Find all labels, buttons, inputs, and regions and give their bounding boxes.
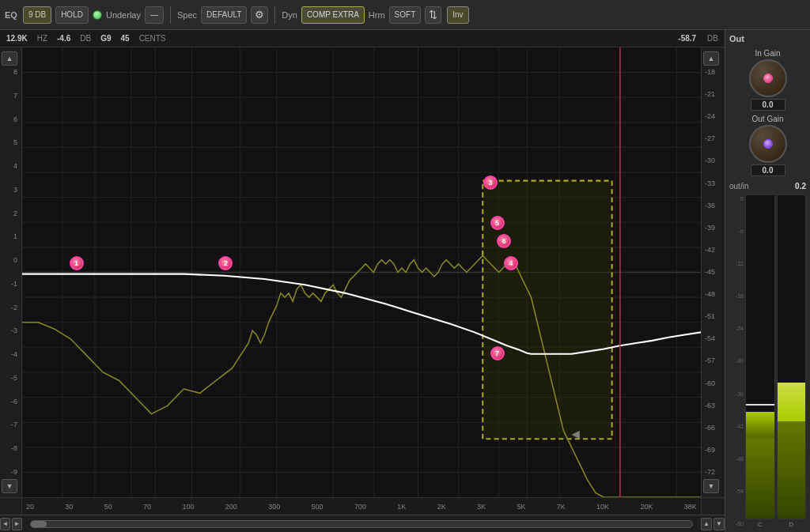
y-r-45: -45 — [703, 269, 723, 276]
y-axis-left: ▲ 8 7 6 5 4 3 2 1 0 -1 -2 -3 -4 — [0, 47, 22, 497]
vu-s-54: -54 — [729, 489, 744, 494]
out-gain-value: 0.0 — [751, 164, 785, 176]
vu-s-18: -18 — [729, 293, 744, 299]
vu-scale: 0 -6 -12 -18 -24 -30 -36 -42 -48 -54 -60 — [729, 194, 744, 528]
x-38k: 38K — [684, 503, 697, 511]
scroll-down-right-button[interactable]: ▼ — [703, 479, 719, 493]
vu-channel-c: C — [745, 194, 775, 528]
cents-value: 45 — [121, 34, 130, 43]
x-200: 200 — [225, 503, 237, 511]
nav-up-btn[interactable]: ▲ — [701, 518, 712, 530]
y-r-63: -63 — [703, 402, 723, 409]
vu-fill-d-yellow — [778, 383, 806, 421]
h-scroll-thumb[interactable] — [31, 521, 47, 527]
vu-s-30: -30 — [729, 358, 744, 364]
db-button[interactable]: 9 DB — [23, 6, 51, 24]
eq-node-3[interactable]: 3 — [483, 175, 498, 190]
in-gain-gem — [763, 74, 773, 83]
x-300: 300 — [268, 503, 280, 511]
y-label-3: 3 — [2, 187, 20, 194]
eq-area: 12.9K HZ -4.6 DB G9 45 CENTS -58.7 DB ▲ … — [0, 30, 725, 532]
y-label-n4: -4 — [2, 351, 20, 358]
bottom-nav: ◄ ► ▲ ▼ — [0, 515, 725, 532]
y-r-27: -27 — [703, 135, 723, 142]
x-50: 50 — [104, 503, 112, 511]
x-500: 500 — [312, 503, 324, 511]
scroll-up-button[interactable]: ▲ — [2, 51, 17, 66]
soft-button[interactable]: SOFT — [389, 6, 422, 24]
dash-button[interactable]: — — [145, 6, 164, 24]
out-gain-knob[interactable] — [749, 125, 787, 163]
freq-value: 12.9K — [6, 34, 28, 43]
x-axis-labels: 20 30 50 70 100 200 300 500 700 1K 2K 3K… — [22, 503, 701, 511]
knob-center — [761, 71, 775, 85]
separator — [170, 6, 171, 24]
inv-button[interactable]: Inv — [447, 6, 468, 24]
x-7k: 7K — [557, 503, 566, 511]
x-10k: 10K — [596, 503, 609, 511]
y-r-24: -24 — [703, 113, 723, 120]
note-value: G9 — [100, 34, 111, 43]
in-gain-label: In Gain — [755, 49, 780, 58]
right-db-unit: DB — [707, 34, 718, 43]
eq-node-4[interactable]: 4 — [504, 256, 518, 270]
eq-node-5[interactable]: 5 — [490, 216, 505, 230]
vu-bar-d — [777, 194, 807, 519]
vu-s-60: -60 — [729, 521, 744, 526]
comp-extra-button[interactable]: COMP EXTRA — [301, 6, 365, 24]
out-in-label: out/in — [729, 182, 748, 191]
hrm-label: Hrm — [369, 10, 385, 20]
y-label-7: 7 — [2, 92, 20, 100]
vu-marker-c — [746, 404, 774, 406]
default-button[interactable]: DEFAULT — [201, 6, 247, 24]
knob-center-2 — [761, 137, 775, 151]
up-down-button[interactable]: ⇅ — [425, 6, 441, 24]
x-30: 30 — [65, 503, 73, 511]
gear-button[interactable]: ⚙ — [251, 6, 268, 24]
eq-label: EQ — [5, 10, 17, 20]
h-scrollbar[interactable] — [30, 520, 693, 528]
in-gain-knob[interactable] — [749, 59, 787, 97]
y-axis-right: ▲ -18 -21 -24 -27 -30 -33 -36 -39 -42 -4… — [701, 47, 725, 497]
led-indicator — [93, 10, 102, 20]
right-panel: Out In Gain 0.0 Out Gain — [725, 30, 810, 532]
eq-node-6[interactable]: 6 — [497, 234, 511, 248]
vu-fill-d-green — [778, 421, 806, 519]
y-r-42: -42 — [703, 247, 723, 254]
eq-node-7[interactable]: 7 — [490, 346, 505, 360]
info-bar: 12.9K HZ -4.6 DB G9 45 CENTS -58.7 DB — [0, 30, 725, 47]
right-panel-title: Out — [729, 34, 806, 43]
in-gain-section: In Gain 0.0 — [729, 49, 806, 111]
y-r-18: -18 — [703, 69, 723, 76]
x-5k: 5K — [517, 503, 525, 511]
right-db-value: -58.7 — [678, 34, 696, 43]
scroll-up-right-button[interactable]: ▲ — [703, 51, 719, 66]
out-gain-gem — [763, 139, 773, 149]
y-label-1: 1 — [2, 233, 20, 240]
eq-node-1[interactable]: 1 — [70, 256, 84, 270]
nav-down-btn[interactable]: ▼ — [713, 518, 725, 530]
top-bar: EQ 9 DB HOLD Underlay — Spec DEFAULT ⚙ D… — [0, 0, 810, 30]
nav-left-btn[interactable]: ◄ — [0, 518, 10, 530]
eq-wrapper: ▲ 8 7 6 5 4 3 2 1 0 -1 -2 -3 -4 — [0, 47, 725, 497]
x-700: 700 — [354, 503, 366, 511]
vu-c-label: C — [745, 521, 775, 528]
out-in-value: 0.2 — [795, 182, 806, 191]
y-r-54: -54 — [703, 335, 723, 342]
y-label-n6: -6 — [2, 398, 20, 406]
vu-fill-c-green — [746, 438, 774, 519]
nav-right-btn[interactable]: ► — [12, 518, 22, 530]
eq-node-2[interactable]: 2 — [218, 256, 233, 270]
scroll-down-button[interactable]: ▼ — [2, 479, 17, 493]
vu-s-36: -36 — [729, 391, 744, 397]
vu-fill-c-yellow — [746, 412, 774, 438]
eq-canvas[interactable]: 1 2 3 5 6 4 7 — [22, 47, 701, 497]
hold-button[interactable]: HOLD — [55, 6, 89, 24]
y-label-5: 5 — [2, 139, 20, 146]
cents-unit: CENTS — [139, 34, 166, 43]
vu-s-0: 0 — [729, 196, 744, 202]
y-label-n2: -2 — [2, 304, 20, 311]
vu-s-24: -24 — [729, 326, 744, 331]
y-label-n8: -8 — [2, 445, 20, 452]
content-area: 12.9K HZ -4.6 DB G9 45 CENTS -58.7 DB ▲ … — [0, 30, 810, 532]
